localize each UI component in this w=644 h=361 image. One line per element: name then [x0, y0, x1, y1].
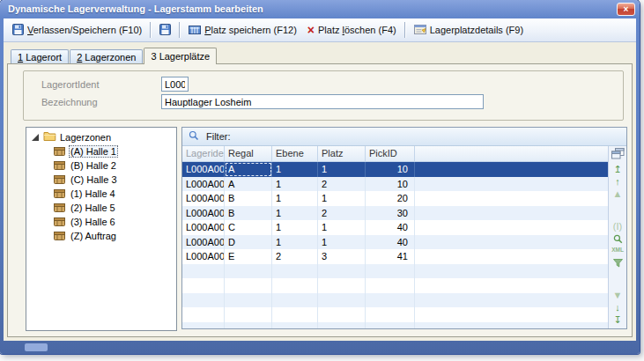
cell	[182, 293, 225, 308]
place-details-button[interactable]: Lagerplatzdetails (F9)	[409, 20, 529, 40]
scroll-to-bottom-icon[interactable]: ↧	[613, 315, 621, 326]
floppy-disk-icon	[159, 24, 171, 37]
save-place-button[interactable]: Platz speichern (F12)	[183, 20, 302, 40]
row-down-icon[interactable]: ↓	[615, 303, 620, 313]
cell	[225, 278, 272, 293]
cell-filler	[415, 278, 608, 293]
cell: L000A005	[182, 220, 225, 235]
toolbar-separator	[404, 22, 406, 38]
page-down-icon[interactable]: ▼	[613, 291, 623, 301]
search-icon	[189, 130, 199, 143]
toolbar-separator	[150, 22, 152, 38]
table-row[interactable]: L000A006D1140	[182, 235, 608, 250]
save-exit-button[interactable]: Verlassen/Speichern (F10)	[7, 20, 147, 40]
tree-item[interactable]: (2) Halle 5	[54, 201, 176, 215]
row-up-icon[interactable]: ↑	[615, 177, 620, 188]
table-row[interactable]: L000A002A1210	[182, 177, 608, 192]
cell: 1	[272, 162, 318, 177]
tree-item[interactable]: (3) Halle 6	[54, 215, 176, 229]
place-details-label: Lagerplatzdetails (F9)	[430, 25, 523, 35]
cell: B	[225, 206, 272, 221]
bezeichnung-input[interactable]	[161, 94, 484, 109]
cell	[318, 264, 366, 279]
cell	[272, 264, 318, 279]
cell: D	[225, 235, 272, 250]
tree-items: (A) Halle 1(B) Halle 2(C) Halle 3(1) Hal…	[26, 144, 176, 243]
expander-icon[interactable]	[32, 134, 39, 141]
filter-bar[interactable]: Filter:	[182, 128, 626, 146]
column-header-platz[interactable]: Platz	[318, 146, 366, 161]
ident-input[interactable]	[161, 77, 189, 92]
tree-root-label: Lagerzonen	[60, 132, 111, 143]
search-icon[interactable]	[613, 234, 623, 245]
save-button[interactable]	[154, 20, 176, 40]
cell: 41	[366, 249, 415, 264]
cell	[225, 322, 272, 329]
tree-item[interactable]: (C) Halle 3	[54, 173, 176, 187]
tree-root-lagerzonen[interactable]: Lagerzonen	[32, 131, 176, 144]
column-chooser-icon[interactable]	[611, 147, 625, 160]
resize-grip[interactable]	[25, 343, 48, 351]
cell: 2	[318, 177, 366, 192]
filter-edit-icon[interactable]	[613, 259, 623, 269]
filter-label: Filter:	[206, 131, 231, 142]
tree-item-label: (3) Halle 6	[69, 217, 117, 227]
cell: B	[225, 191, 272, 206]
cell: 2	[272, 249, 318, 264]
column-header-lagerident[interactable]: Lagerident	[182, 146, 225, 161]
desktop: Dynamische Lagerverwaltung - Lagerstamm …	[0, 0, 644, 361]
table-row-empty	[182, 293, 608, 308]
app-window: Dynamische Lagerverwaltung - Lagerstamm …	[0, 0, 640, 354]
grid-navigator: ↥↑▲(I)XML▼↓↧	[608, 146, 626, 328]
xml-export-icon[interactable]: XML	[611, 247, 624, 257]
column-header-ebene[interactable]: Ebene	[272, 146, 318, 161]
table-row[interactable]: L000A005C1140	[182, 220, 608, 235]
cell	[225, 307, 272, 322]
cell: 40	[366, 235, 415, 250]
grid-rows: L000A001A1110L000A002A1210L000A003B1120L…	[182, 162, 608, 328]
cell: 1	[272, 220, 318, 235]
column-header-regal[interactable]: Regal	[225, 146, 272, 161]
cell: 1	[272, 191, 318, 206]
titlebar[interactable]: Dynamische Lagerverwaltung - Lagerstamm …	[0, 0, 640, 18]
table-row[interactable]: L000A004B1230	[182, 206, 608, 221]
delete-place-button[interactable]: × Platz löschen (F4)	[302, 20, 402, 40]
cell-filler	[415, 206, 608, 221]
zone-crate-icon	[54, 160, 65, 172]
tree-item-label: (2) Halle 5	[69, 203, 117, 213]
close-button[interactable]: ×	[617, 3, 635, 16]
cell	[366, 322, 415, 329]
table-row[interactable]: L000A001A1110	[182, 162, 608, 177]
cell	[318, 293, 366, 308]
cell-filler	[415, 177, 608, 192]
tab-lagerplaetze[interactable]: 3 Lagerplätze	[144, 48, 217, 64]
cell	[318, 278, 366, 293]
table-row-empty	[182, 307, 608, 322]
cell	[225, 264, 272, 279]
grid-body: Lagerident Regal Ebene Platz PickID L000…	[182, 146, 626, 328]
tab-lagerzonen[interactable]: 2 Lagerzonen	[70, 49, 143, 64]
cell-filler	[415, 307, 608, 322]
zone-crate-icon	[54, 217, 65, 228]
cell-filler	[415, 322, 608, 329]
tree-item[interactable]: (1) Halle 4	[54, 187, 176, 201]
tab-lagerort[interactable]: 1 Lagerort	[11, 49, 69, 64]
cell: A	[225, 162, 272, 177]
column-header-filler	[415, 146, 608, 161]
cell: 1	[272, 206, 318, 221]
tree-item[interactable]: (Z) Auftrag	[54, 229, 176, 243]
table-row[interactable]: L000A003B1120	[182, 191, 608, 206]
cell: L000A003	[182, 191, 225, 206]
table-row[interactable]: L000A007E2341	[182, 249, 608, 264]
page-up-icon[interactable]: ▲	[613, 189, 623, 200]
selection-brackets-icon[interactable]: (I)	[613, 222, 622, 232]
cell: L000A006	[182, 235, 225, 250]
lagerzonen-tree: Lagerzonen (A) Halle 1(B) Halle 2(C) Hal…	[26, 127, 177, 331]
save-exit-label: Verlassen/Speichern (F10)	[27, 25, 142, 35]
tree-item[interactable]: (B) Halle 2	[54, 158, 176, 173]
column-header-pickid[interactable]: PickID	[366, 146, 415, 161]
tree-item[interactable]: (A) Halle 1	[54, 144, 176, 158]
grid-header: Lagerident Regal Ebene Platz PickID	[182, 146, 608, 162]
tree-item-label: (B) Halle 2	[69, 160, 118, 171]
scroll-to-top-icon[interactable]: ↥	[613, 165, 621, 175]
